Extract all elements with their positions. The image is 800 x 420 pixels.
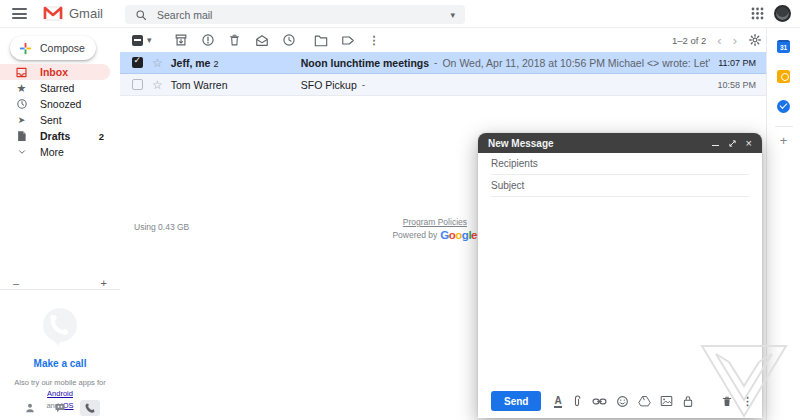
send-button[interactable]: Send — [491, 391, 541, 411]
delete-icon[interactable] — [228, 33, 242, 47]
more-options-icon[interactable]: ⋮ — [742, 395, 753, 408]
settings-gear-icon[interactable] — [748, 33, 762, 47]
recipients-field[interactable]: Recipients — [491, 153, 749, 175]
formatting-options-icon[interactable]: A — [554, 395, 561, 408]
mark-as-read-icon[interactable] — [255, 34, 269, 47]
pagination-count: 1–2 of 2 — [672, 35, 706, 46]
compose-toolbar: A — [554, 395, 693, 408]
report-spam-icon[interactable] — [201, 33, 215, 47]
make-a-call-link[interactable]: Make a call — [0, 358, 120, 369]
compose-button[interactable]: Compose — [10, 36, 96, 60]
sidebar-item-label: Starred — [40, 82, 74, 94]
select-all-checkbox[interactable] — [132, 35, 143, 46]
tasks-icon[interactable] — [777, 100, 790, 113]
row-star-icon[interactable]: ☆ — [152, 79, 163, 91]
attach-file-icon[interactable] — [571, 395, 583, 408]
insert-link-icon[interactable] — [592, 396, 607, 407]
main-menu-icon[interactable] — [12, 8, 27, 19]
sidebar-nav: Inbox ★ Starred Snoozed ➤ Sent Drafts — [0, 64, 110, 160]
subject-snippet: SFO Pickup - — [301, 79, 710, 91]
hangouts-dock — [0, 400, 120, 416]
pop-out-icon[interactable] — [728, 139, 737, 148]
email-row[interactable]: ✓ ☆ Jeff, me 2 Noon lunchtime meetings -… — [120, 52, 766, 74]
confidential-mode-icon[interactable] — [682, 395, 694, 408]
sidebar-item-label: Snoozed — [40, 98, 81, 110]
sidebar-item-label: Inbox — [40, 66, 68, 78]
sender-cell: Tom Warren — [171, 79, 301, 91]
hangouts-widget: – + Make a call Also try our mobile apps… — [0, 276, 120, 420]
insert-emoji-icon[interactable] — [616, 395, 629, 408]
select-caret-icon[interactable]: ▾ — [147, 35, 152, 45]
sender-name: Tom Warren — [171, 79, 228, 91]
gmail-envelope-icon — [43, 6, 63, 21]
email-snippet-right: > wrote: Let's ... — [653, 57, 710, 69]
side-panel: 31 + — [766, 28, 800, 420]
keep-icon[interactable] — [777, 70, 790, 83]
sidebar-item-snoozed[interactable]: Snoozed — [0, 96, 110, 112]
sidebar-item-starred[interactable]: ★ Starred — [0, 80, 110, 96]
apps-note-text: Also try our mobile apps for — [14, 378, 105, 387]
delete-draft-icon[interactable] — [721, 395, 733, 408]
google-logo: Google — [440, 229, 477, 241]
search-input[interactable]: Search mail ▾ — [125, 5, 465, 24]
conversations-tab-icon[interactable] — [50, 400, 70, 416]
sender-name: Jeff, me — [171, 57, 211, 69]
row-checkbox[interactable] — [132, 79, 143, 90]
sidebar: Compose Inbox ★ Starred Snoozed ➤ — [0, 28, 120, 420]
gmail-app: Gmail Search mail ▾ Compose I — [0, 0, 800, 420]
star-icon: ★ — [15, 83, 28, 94]
search-options-caret-icon[interactable]: ▾ — [450, 10, 455, 20]
sidebar-item-inbox[interactable]: Inbox — [0, 64, 110, 80]
google-apps-grid-icon[interactable] — [751, 7, 764, 20]
archive-icon[interactable] — [174, 33, 188, 47]
email-subject: SFO Pickup — [301, 79, 357, 91]
get-add-ons-icon[interactable]: + — [780, 134, 788, 147]
labels-icon[interactable] — [341, 34, 355, 47]
row-checkbox-checked[interactable]: ✓ — [132, 57, 143, 68]
search-placeholder: Search mail — [157, 9, 450, 21]
older-page-icon[interactable]: › — [733, 34, 737, 47]
sidebar-item-more[interactable]: More — [0, 144, 110, 160]
sidebar-item-drafts[interactable]: Drafts 2 — [0, 128, 110, 144]
subject-field[interactable]: Subject — [491, 175, 749, 197]
powered-by-google: Powered by Google — [392, 229, 477, 241]
compose-window: New Message × Recipients Subject Send A — [478, 133, 762, 418]
sidebar-item-sent[interactable]: ➤ Sent — [0, 112, 110, 128]
compose-actions: ⋮ — [721, 395, 753, 408]
compose-controls: × — [712, 138, 752, 149]
clock-icon — [15, 98, 28, 110]
compose-header[interactable]: New Message × — [478, 133, 762, 153]
close-icon[interactable]: × — [746, 138, 752, 149]
sidebar-item-label: Drafts — [40, 130, 70, 142]
storage-usage: Using 0.43 GB — [134, 222, 189, 232]
contacts-tab-icon[interactable] — [20, 400, 40, 416]
row-star-icon[interactable]: ☆ — [152, 57, 163, 69]
account-avatar[interactable] — [774, 5, 791, 22]
hangouts-new-conversation-icon[interactable]: + — [101, 277, 107, 289]
email-snippet: On Wed, Apr 11, 2018 at 10:56 PM Michael… — [442, 57, 653, 69]
hangouts-minimize-icon[interactable]: – — [13, 277, 19, 289]
sender-cell: Jeff, me 2 — [171, 57, 301, 69]
move-to-folder-icon[interactable] — [314, 34, 328, 47]
hangouts-call-bubble-icon — [37, 304, 83, 350]
top-bar: Gmail Search mail ▾ — [0, 0, 800, 28]
calendar-icon[interactable]: 31 — [777, 40, 790, 53]
chevron-down-icon — [15, 147, 28, 157]
program-policies-link[interactable]: Program Policies — [403, 217, 467, 227]
inbox-icon — [15, 66, 28, 79]
insert-photo-icon[interactable] — [660, 395, 673, 407]
insert-from-drive-icon[interactable] — [638, 395, 651, 407]
snooze-icon[interactable] — [282, 33, 296, 47]
sidebar-item-label: Sent — [40, 114, 62, 126]
send-icon: ➤ — [15, 116, 28, 125]
newer-page-icon[interactable]: ‹ — [717, 34, 721, 47]
compose-plus-icon — [19, 42, 32, 55]
gmail-wordmark: Gmail — [69, 6, 103, 21]
message-body-field[interactable] — [478, 199, 762, 386]
email-row[interactable]: ☆ Tom Warren SFO Pickup - 10:58 PM — [120, 74, 766, 96]
minimize-icon[interactable] — [712, 140, 719, 146]
powered-by-text: Powered by — [392, 230, 437, 240]
android-link[interactable]: Android — [47, 389, 73, 398]
more-actions-icon[interactable]: ⋮ — [369, 34, 380, 47]
phone-tab-icon[interactable] — [80, 400, 100, 416]
